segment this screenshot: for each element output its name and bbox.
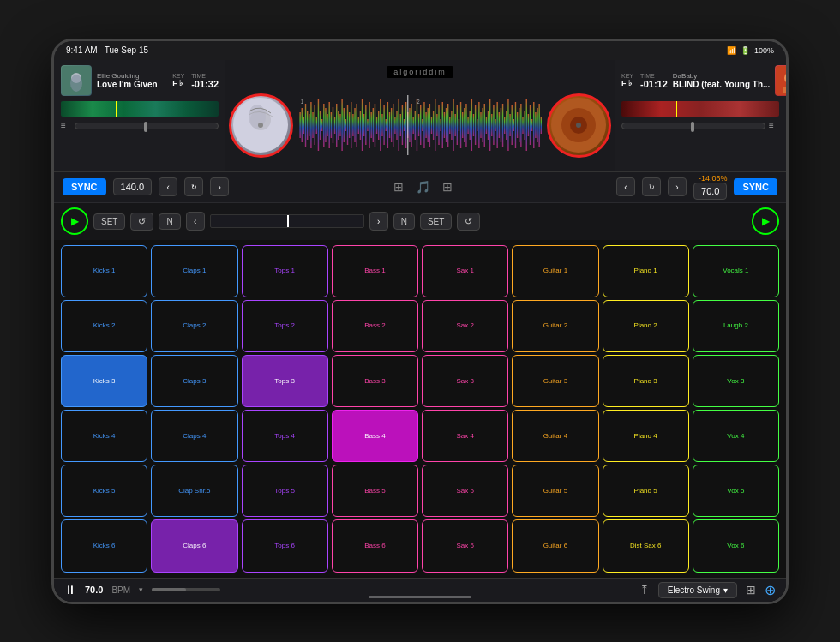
svg-rect-60 — [396, 111, 397, 140]
deck-right-time-label: TIME — [640, 73, 668, 79]
pad-guitar-4[interactable]: Guitar 4 — [512, 410, 598, 462]
pad-bass-4[interactable]: Bass 4 — [332, 410, 418, 462]
pad-tops-3[interactable]: Tops 3 — [242, 355, 328, 407]
left-pitch-slider[interactable] — [75, 123, 219, 129]
set-left-button[interactable]: SET — [93, 213, 125, 230]
n-left-button[interactable]: N — [159, 213, 180, 230]
pad-tops-1[interactable]: Tops 1 — [242, 245, 328, 297]
loop-right-button[interactable]: ↻ — [642, 177, 661, 196]
pause-button[interactable]: ⏸ — [64, 583, 76, 597]
tempo-slider[interactable] — [152, 588, 220, 591]
add-icon[interactable]: ⊕ — [765, 582, 776, 598]
pad-sax-4[interactable]: Sax 4 — [422, 410, 508, 462]
pad-piano-2[interactable]: Piano 2 — [603, 300, 689, 352]
pad-bass-5[interactable]: Bass 5 — [332, 465, 418, 517]
pad-claps-2[interactable]: Claps 2 — [151, 300, 237, 352]
headphone-icon[interactable]: 🎵 — [416, 180, 430, 194]
pad-sax-2[interactable]: Sax 2 — [422, 300, 508, 352]
right-pitch-slider[interactable] — [621, 123, 765, 129]
pad-tops-6[interactable]: Tops 6 — [242, 519, 328, 572]
pad-kicks-4[interactable]: Kicks 4 — [61, 410, 147, 462]
pad-clap-snr-5[interactable]: Clap Snr.5 — [151, 465, 237, 517]
svg-rect-32 — [345, 119, 346, 131]
svg-rect-37 — [354, 108, 355, 142]
pad-kicks-1[interactable]: Kicks 1 — [61, 245, 147, 297]
pad-kicks-5[interactable]: Kicks 5 — [61, 465, 147, 517]
pad-kicks-2[interactable]: Kicks 2 — [61, 300, 147, 352]
svg-rect-92 — [454, 114, 455, 136]
pad-vocals-1[interactable]: Vocals 1 — [693, 245, 779, 297]
pad-bass-1[interactable]: Bass 1 — [332, 245, 418, 297]
pad-sax-5[interactable]: Sax 5 — [422, 465, 508, 517]
pad-dist-sax-6[interactable]: Dist Sax 6 — [603, 519, 689, 572]
svg-rect-61 — [398, 99, 399, 151]
prev-left-button[interactable]: ‹ — [159, 177, 177, 196]
pad-bass-2[interactable]: Bass 2 — [332, 300, 418, 352]
pad-guitar-1[interactable]: Guitar 1 — [512, 245, 598, 297]
pad-vox-4[interactable]: Vox 4 — [693, 410, 779, 462]
deck-left-waveform-mini — [61, 101, 219, 117]
svg-rect-34 — [349, 112, 350, 138]
next-right-button[interactable]: › — [668, 177, 687, 196]
pad-guitar-5[interactable]: Guitar 5 — [512, 465, 598, 517]
home-indicator — [369, 596, 471, 598]
deck-left-title: Love I'm Given — [97, 80, 167, 89]
pad-vox-5[interactable]: Vox 5 — [693, 465, 779, 517]
pad-bass-3[interactable]: Bass 3 — [332, 355, 418, 407]
pad-laugh-2[interactable]: Laugh 2 — [693, 300, 779, 352]
pad-bass-6[interactable]: Bass 6 — [332, 519, 418, 572]
pad-claps-6[interactable]: Claps 6 — [151, 519, 237, 572]
next-cue-left[interactable]: › — [369, 212, 388, 231]
deck-vinyl-left[interactable] — [229, 93, 293, 158]
pad-sax-1[interactable]: Sax 1 — [422, 245, 508, 297]
sync-left-button[interactable]: SYNC — [63, 178, 106, 195]
play-right-button[interactable]: ▶ — [752, 207, 779, 235]
pad-piano-5[interactable]: Piano 5 — [603, 465, 689, 517]
n-right-button[interactable]: N — [393, 213, 415, 230]
pad-claps-1[interactable]: Claps 1 — [151, 245, 237, 297]
left-eq-icon[interactable]: ≡ — [61, 121, 71, 131]
prev-cue-left[interactable]: ‹ — [186, 212, 205, 231]
sync-right-button[interactable]: SYNC — [734, 178, 777, 195]
pad-sax-6[interactable]: Sax 6 — [422, 519, 508, 572]
next-left-button[interactable]: › — [210, 177, 229, 196]
pad-kicks-3[interactable]: Kicks 3 — [61, 355, 147, 407]
pad-piano-1[interactable]: Piano 1 — [603, 245, 689, 297]
pad-kicks-6[interactable]: Kicks 6 — [61, 519, 147, 572]
svg-rect-27 — [336, 104, 337, 147]
pad-tops-4[interactable]: Tops 4 — [242, 410, 328, 462]
pad-piano-4[interactable]: Piano 4 — [603, 410, 689, 462]
cue-marker — [210, 214, 364, 228]
bpm-arrow-icon[interactable]: ▾ — [139, 585, 143, 594]
play-left-button[interactable]: ▶ — [61, 207, 88, 235]
pad-guitar-2[interactable]: Guitar 2 — [512, 300, 598, 352]
pad-vox-3[interactable]: Vox 3 — [693, 355, 779, 407]
mixer-adjust-icon[interactable]: ⤒ — [639, 583, 650, 597]
pad-piano-3[interactable]: Piano 3 — [603, 355, 689, 407]
prev-right-button[interactable]: ‹ — [616, 177, 635, 196]
pad-tops-5[interactable]: Tops 5 — [242, 465, 328, 517]
grid-view-icon[interactable]: ⊞ — [746, 583, 756, 597]
svg-rect-82 — [436, 114, 437, 136]
loop-repeat-right-button[interactable]: ↺ — [457, 213, 480, 231]
svg-rect-104 — [477, 119, 477, 131]
svg-rect-56 — [389, 112, 390, 138]
pad-guitar-6[interactable]: Guitar 6 — [512, 519, 598, 572]
pad-guitar-3[interactable]: Guitar 3 — [512, 355, 598, 407]
genre-button[interactable]: Electro Swing ▾ — [658, 582, 737, 598]
pad-claps-3[interactable]: Claps 3 — [151, 355, 237, 407]
svg-rect-71 — [417, 99, 417, 151]
pad-claps-4[interactable]: Claps 4 — [151, 410, 237, 462]
pad-sax-3[interactable]: Sax 3 — [422, 355, 508, 407]
grid-icon[interactable]: ⊞ — [442, 180, 453, 194]
svg-rect-132 — [528, 114, 529, 136]
pad-tops-2[interactable]: Tops 2 — [242, 300, 328, 352]
mixer-icon[interactable]: ⊞ — [393, 180, 404, 194]
deck-vinyl-right[interactable] — [547, 93, 611, 158]
svg-rect-7 — [299, 112, 300, 138]
loop-repeat-left-button[interactable]: ↺ — [130, 213, 153, 231]
loop-left-button[interactable]: ↻ — [184, 177, 203, 196]
set-right-button[interactable]: SET — [420, 213, 452, 230]
right-eq-icon[interactable]: ≡ — [769, 121, 779, 131]
pad-vox-6[interactable]: Vox 6 — [693, 519, 779, 572]
